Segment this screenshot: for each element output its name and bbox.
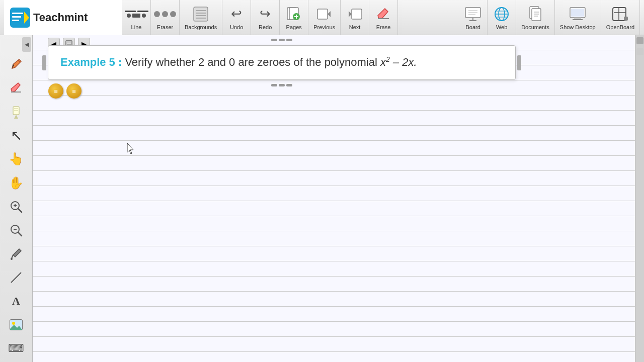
canvas-area[interactable]: ◀ ▶ Example 5 : Verify whether 2 and 0 a… xyxy=(33,35,635,362)
svg-line-62 xyxy=(11,273,21,283)
erase-label: Erase xyxy=(376,24,391,30)
pages-button[interactable]: Pages xyxy=(280,0,308,35)
app-name: Teachmint xyxy=(33,11,88,24)
hand-pointer-tool-button[interactable]: 👆 xyxy=(3,148,29,170)
show-desktop-label: Show Desktop xyxy=(560,24,596,30)
undo-icon: ↩ xyxy=(227,5,246,23)
teachmint-logo-icon xyxy=(10,8,30,28)
line-label: Line xyxy=(131,24,142,30)
documents-label: Documents xyxy=(521,24,549,30)
svg-line-56 xyxy=(18,209,22,212)
svg-rect-7 xyxy=(196,13,206,14)
example-label: Example 5 : xyxy=(60,56,122,68)
show-desktop-button[interactable]: Show Desktop xyxy=(555,0,601,35)
svg-marker-47 xyxy=(11,83,20,92)
eraser-tool-button[interactable] xyxy=(3,77,29,100)
right-panel-item1 xyxy=(636,48,643,55)
card-action-1[interactable]: ≡ xyxy=(48,83,63,99)
redo-icon: ↪ xyxy=(256,5,274,23)
svg-rect-9 xyxy=(196,18,206,19)
card-bottom-handle xyxy=(271,84,292,86)
eyedropper-tool-button[interactable] xyxy=(3,242,29,265)
select-tool-button[interactable]: ↖ xyxy=(3,124,29,147)
documents-button[interactable]: Documents xyxy=(516,0,555,35)
card-left-handle[interactable] xyxy=(42,55,46,70)
zoom-out-icon xyxy=(9,223,23,237)
redo-label: Redo xyxy=(259,24,272,30)
text-card[interactable]: Example 5 : Verify whether 2 and 0 are z… xyxy=(48,45,516,80)
documents-icon xyxy=(526,5,544,23)
next-button[interactable]: Next xyxy=(341,0,369,35)
openboard-button[interactable]: OpenBoard xyxy=(601,0,640,35)
line-draw-tool-button[interactable] xyxy=(3,266,29,289)
svg-rect-1 xyxy=(12,13,23,14)
svg-rect-15 xyxy=(317,9,328,19)
image-icon xyxy=(9,318,23,332)
openboard-label: OpenBoard xyxy=(606,24,634,30)
redo-button[interactable]: ↪ Redo xyxy=(251,0,280,35)
svg-rect-17 xyxy=(352,9,362,19)
zoom-out-tool-button[interactable] xyxy=(3,219,29,241)
line-icon xyxy=(127,5,145,23)
zoom-in-icon xyxy=(9,200,23,214)
openboard-icon xyxy=(611,5,629,23)
svg-marker-50 xyxy=(14,115,18,119)
card-right-handle[interactable] xyxy=(517,55,521,70)
svg-marker-19 xyxy=(378,9,388,19)
svg-rect-5 xyxy=(194,7,208,21)
line-tool-button[interactable]: Line xyxy=(122,0,151,35)
web-button[interactable]: Web xyxy=(488,0,516,35)
image-tool-button[interactable] xyxy=(3,314,29,336)
left-sidebar: ◀ ↖ 👆 xyxy=(0,35,33,362)
card-top-handle xyxy=(271,39,292,41)
main-toolbar: Teachmint Line xyxy=(0,0,644,35)
card-math-text: x2 – 2x. xyxy=(380,56,417,68)
board-button[interactable]: Board xyxy=(459,0,488,35)
backgrounds-button[interactable]: Backgrounds xyxy=(180,0,222,35)
undo-label: Undo xyxy=(230,24,243,30)
eraser-sidebar-icon xyxy=(9,81,23,95)
svg-line-59 xyxy=(18,232,22,236)
svg-rect-68 xyxy=(67,41,71,43)
show-desktop-icon xyxy=(569,5,587,23)
svg-rect-33 xyxy=(532,9,541,21)
right-panel xyxy=(635,35,644,362)
svg-point-61 xyxy=(11,258,13,260)
previous-label: Previous xyxy=(313,24,335,30)
card-action-2[interactable]: ≡ xyxy=(66,83,82,99)
right-panel-collapse[interactable] xyxy=(636,37,643,44)
text-card-content: Example 5 : Verify whether 2 and 0 are z… xyxy=(60,55,503,70)
line-draw-icon xyxy=(9,270,23,285)
highlighter-tool-button[interactable] xyxy=(3,101,29,123)
erase-icon xyxy=(374,5,392,23)
svg-marker-18 xyxy=(349,11,352,17)
next-icon xyxy=(346,5,364,23)
previous-button[interactable]: Previous xyxy=(308,0,341,35)
svg-rect-44 xyxy=(624,17,628,21)
logo-area: Teachmint xyxy=(4,0,122,35)
backgrounds-icon xyxy=(192,5,210,23)
text-tool-button[interactable]: A xyxy=(3,290,29,313)
web-label: Web xyxy=(496,24,507,30)
erase-button[interactable]: Erase xyxy=(369,0,398,35)
hand-pan-tool-button[interactable]: ✋ xyxy=(3,171,29,194)
eraser-button[interactable]: Eraser xyxy=(151,0,180,35)
keyboard-tool-button[interactable]: ⌨ xyxy=(3,337,29,360)
main-area: ◀ ↖ 👆 xyxy=(0,35,644,362)
pen-tool-button[interactable] xyxy=(3,53,29,75)
eraser-label: Eraser xyxy=(157,24,173,30)
card-actions: ≡ ≡ xyxy=(48,83,82,99)
svg-rect-38 xyxy=(571,9,584,17)
web-icon xyxy=(493,5,511,23)
zoom-in-tool-button[interactable] xyxy=(3,195,29,218)
card-main-text: Verify whether 2 and 0 are zeroes of the… xyxy=(122,56,380,68)
eraser-icon xyxy=(156,5,174,23)
sidebar-collapse-button[interactable]: ◀ xyxy=(22,37,31,52)
eyedropper-icon xyxy=(9,247,23,261)
backgrounds-label: Backgrounds xyxy=(185,24,217,30)
svg-rect-6 xyxy=(196,10,206,11)
board-label: Board xyxy=(465,24,480,30)
svg-point-65 xyxy=(12,322,15,325)
undo-button[interactable]: ↩ Undo xyxy=(222,0,251,35)
svg-marker-16 xyxy=(328,11,331,17)
